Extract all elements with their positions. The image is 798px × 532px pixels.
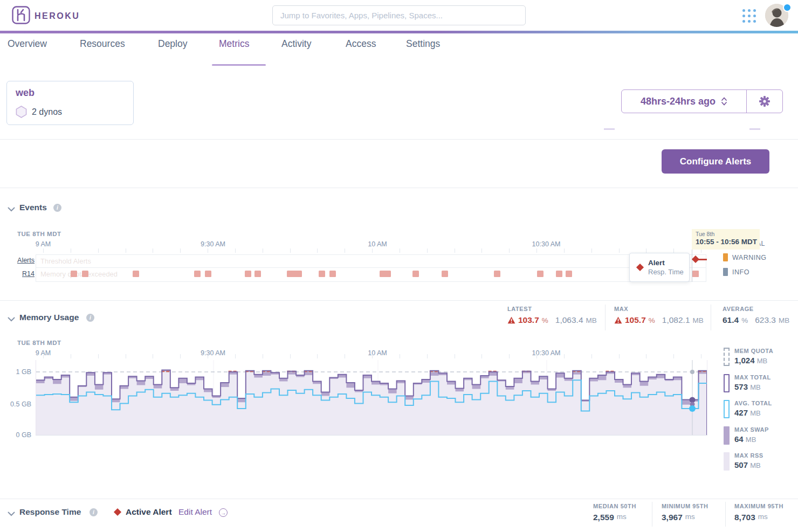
tooltip-date: Tue 8th <box>696 231 760 237</box>
minor-tick <box>317 354 318 358</box>
app-grid-icon[interactable] <box>742 9 756 23</box>
minor-tick <box>290 248 291 253</box>
heroku-logo-icon[interactable] <box>12 6 30 26</box>
minor-tick <box>427 354 428 358</box>
y-axis-label: 0.5 GB <box>0 400 31 408</box>
row-divider <box>36 267 706 268</box>
minor-tick <box>646 248 646 253</box>
minor-tick <box>98 354 99 358</box>
events-row-ghost-text: Memory quota exceeded <box>40 270 118 278</box>
minor-tick <box>619 248 620 253</box>
minor-tick <box>71 354 71 358</box>
minor-tick <box>126 248 126 253</box>
memory-section-title: Memory Usage <box>19 313 79 322</box>
r14-event-marker[interactable] <box>319 271 325 277</box>
tab-activity[interactable]: Activity <box>281 38 311 50</box>
minor-tick <box>235 354 236 358</box>
minor-tick <box>701 354 701 358</box>
minor-tick <box>509 354 510 358</box>
configure-alerts-button[interactable]: Configure Alerts <box>662 149 769 174</box>
events-date-label: TUE 8TH MDT <box>17 231 61 237</box>
r14-event-marker[interactable] <box>205 271 211 277</box>
r14-event-marker[interactable] <box>412 271 419 277</box>
r14-event-marker[interactable] <box>442 271 448 277</box>
info-swatch <box>723 268 728 276</box>
popup-subtitle: Resp. Time <box>648 268 684 276</box>
r14-event-marker[interactable] <box>329 271 336 277</box>
edit-alert-link[interactable]: Edit Alert <box>178 507 212 517</box>
events-row-link-r14[interactable]: R14 <box>5 270 35 278</box>
r14-event-marker[interactable] <box>254 271 261 277</box>
chart-settings-button[interactable] <box>746 90 782 113</box>
events-info-icon[interactable]: i <box>53 204 61 212</box>
r14-event-marker[interactable] <box>566 271 572 277</box>
active-alert-diamond-icon <box>114 508 121 516</box>
legend-max-swap: MAX SWAP 64 MB <box>724 426 769 445</box>
r14-event-marker[interactable] <box>133 271 139 277</box>
r14-event-marker[interactable] <box>494 271 500 277</box>
events-hover-tooltip: Tue 8th 10:55 - 10:56 MDT <box>692 229 760 250</box>
minor-tick <box>564 354 565 358</box>
r14-event-marker[interactable] <box>245 271 251 277</box>
warning-triangle-icon <box>614 316 622 324</box>
chevron-down-icon[interactable] <box>8 509 15 519</box>
time-range-value: 48hrs-24hrs ago <box>641 96 716 107</box>
heroku-metrics-page: HEROKU Overview Resources Deploy Metrics… <box>0 0 798 532</box>
warning-triangle-icon <box>507 316 515 324</box>
time-range-selector: 48hrs-24hrs ago <box>621 89 783 113</box>
minor-tick <box>481 354 482 358</box>
r14-event-marker[interactable] <box>71 271 77 277</box>
tab-metrics[interactable]: Metrics <box>219 38 249 50</box>
active-alert-label: Active Alert <box>126 507 172 517</box>
minor-tick <box>43 248 44 253</box>
minor-tick <box>263 354 263 358</box>
tab-overview[interactable]: Overview <box>8 38 47 50</box>
minor-tick <box>536 248 537 253</box>
memory-stat-max: MAX 105.7% 1,082.1MB <box>614 306 704 325</box>
tab-deploy[interactable]: Deploy <box>158 38 187 50</box>
stat-divider <box>725 502 726 527</box>
r14-event-marker-hovered[interactable] <box>692 271 699 277</box>
memory-info-icon[interactable]: i <box>86 314 94 322</box>
r14-event-marker[interactable] <box>384 271 391 277</box>
header-accent-bar <box>0 31 798 33</box>
legend-info: INFO <box>723 268 749 276</box>
legend-avg-total: AVG. TOTAL 427 MB <box>724 400 772 418</box>
minor-tick <box>126 354 126 358</box>
memory-usage-chart[interactable] <box>36 360 707 436</box>
r14-event-marker[interactable] <box>194 271 201 277</box>
search-input[interactable] <box>272 5 526 25</box>
minor-tick <box>317 248 318 253</box>
minor-tick <box>673 354 674 358</box>
tab-resources[interactable]: Resources <box>80 38 125 50</box>
minor-tick <box>455 248 455 253</box>
chevron-down-icon[interactable] <box>8 204 15 214</box>
minor-tick <box>372 248 373 253</box>
r14-event-marker[interactable] <box>537 271 544 277</box>
minor-tick <box>591 354 592 358</box>
minor-tick <box>153 248 153 253</box>
time-range-dropdown[interactable]: 48hrs-24hrs ago <box>622 90 746 113</box>
online-status-dot <box>783 3 792 12</box>
memory-stat-average: AVERAGE 61.4% 623.3MB <box>723 306 789 325</box>
response-stat-maximum: MAXIMUM 95TH 8,703ms <box>734 503 783 522</box>
minor-tick <box>536 354 537 358</box>
tooltip-time-range: 10:55 - 10:56 MDT <box>696 238 760 246</box>
events-row-link-alerts[interactable]: Alerts <box>5 257 35 264</box>
minor-tick <box>673 248 674 253</box>
response-info-icon[interactable]: i <box>90 508 98 516</box>
cutoff-content-fragment <box>749 128 760 130</box>
minor-tick <box>235 248 236 253</box>
edit-alert-arrow-icon[interactable]: → <box>219 508 228 517</box>
minor-tick <box>180 248 181 253</box>
gear-icon <box>758 95 771 108</box>
minor-tick <box>400 354 400 358</box>
r14-event-marker[interactable] <box>82 271 88 277</box>
events-row-ghost-text: Threshold Alerts <box>40 257 91 265</box>
chevron-down-icon[interactable] <box>8 314 15 324</box>
updown-chevrons-icon <box>721 96 727 106</box>
tab-access[interactable]: Access <box>346 38 376 50</box>
r14-event-marker[interactable] <box>295 271 302 277</box>
r14-event-marker[interactable] <box>556 271 562 277</box>
tab-settings[interactable]: Settings <box>406 38 440 50</box>
